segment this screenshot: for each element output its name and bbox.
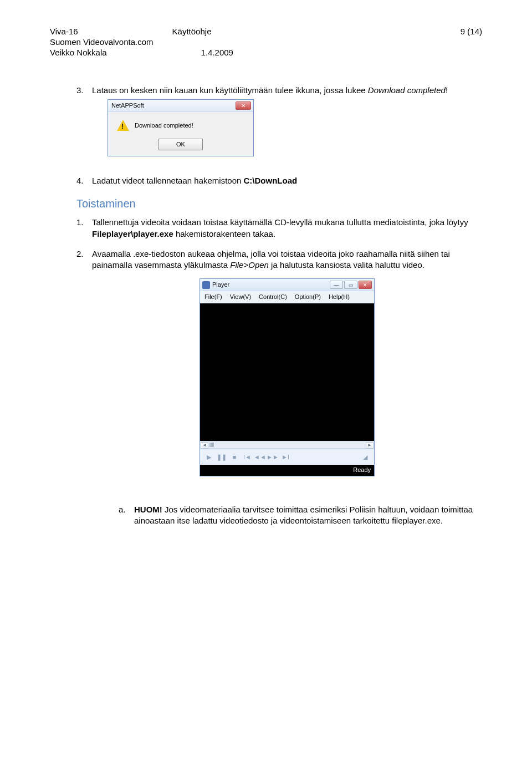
list-item-3: 3. Lataus on kesken niin kauan kun käytt… [76,85,482,166]
player-title: Player [212,281,229,289]
player-status: Ready [200,465,374,476]
player-window: Player — ▭ ✕ File(F) View(V) Control(C) … [200,278,375,476]
header-author: Veikko Nokkala [50,48,107,57]
pause-icon[interactable]: ❚❚ [217,453,226,461]
player-controls: ▶ ❚❚ ■ I◄ ◄◄ ►► ►I ◢ [200,449,374,465]
maximize-icon[interactable]: ▭ [344,281,357,289]
next-icon[interactable]: ►I [281,453,290,461]
stop-icon[interactable]: ■ [230,453,239,461]
menu-help[interactable]: Help(H) [329,293,350,301]
toistaminen-item-2: 2. Avaamalla .exe-tiedoston aukeaa ohjel… [76,248,482,527]
ok-button[interactable]: OK [158,139,203,150]
player-app-icon [202,281,210,289]
play-icon[interactable]: ▶ [204,453,213,461]
menu-option[interactable]: Option(P) [295,293,321,301]
menu-view[interactable]: View(V) [230,293,251,301]
forward-icon[interactable]: ►► [268,453,277,461]
minimize-icon[interactable]: — [330,281,343,289]
player-titlebar: Player — ▭ ✕ [200,279,374,291]
player-scrollbar[interactable]: ◄ ► [200,441,374,449]
header-title-left: Viva-16 [50,27,78,36]
close-icon[interactable]: ✕ [359,281,372,289]
player-menubar: File(F) View(V) Control(C) Option(P) Hel… [200,291,374,303]
note-a: a. HUOM! Jos videomateriaalia tarvitsee … [92,504,482,527]
menu-control[interactable]: Control(C) [259,293,287,301]
page-header: Viva-16 Käyttöohje 9 (14) Suomen Videova… [50,27,482,57]
document-body: 3. Lataus on kesken niin kauan kun käytt… [50,85,482,527]
scroll-right-icon[interactable]: ► [366,442,374,449]
list-item-4: 4. Ladatut videot tallennetaan hakemisto… [76,175,482,186]
scroll-left-icon[interactable]: ◄ [201,442,208,449]
toistaminen-item-1: 1. Tallennettuja videoita voidaan toista… [76,217,482,240]
netappsoft-dialog: NetAPPSoft ✕ Download completed! OK [108,99,254,156]
dialog-titlebar: NetAPPSoft ✕ [108,100,253,112]
volume-icon[interactable]: ◢ [361,453,370,461]
rewind-icon[interactable]: ◄◄ [255,453,264,461]
section-title-toistaminen: Toistaminen [76,197,482,210]
prev-icon[interactable]: I◄ [243,453,252,461]
dialog-message: Download completed! [135,121,193,130]
menu-file[interactable]: File(F) [204,293,222,301]
header-date: 1.4.2009 [107,48,482,57]
header-page-number: 9 (14) [461,27,482,36]
header-title-center: Käyttöohje [78,27,461,36]
close-icon[interactable]: ✕ [236,101,251,110]
warning-icon [117,120,129,131]
video-canvas[interactable] [200,303,374,441]
dialog-title: NetAPPSoft [111,101,144,110]
header-org: Suomen Videovalvonta.com [50,37,154,47]
